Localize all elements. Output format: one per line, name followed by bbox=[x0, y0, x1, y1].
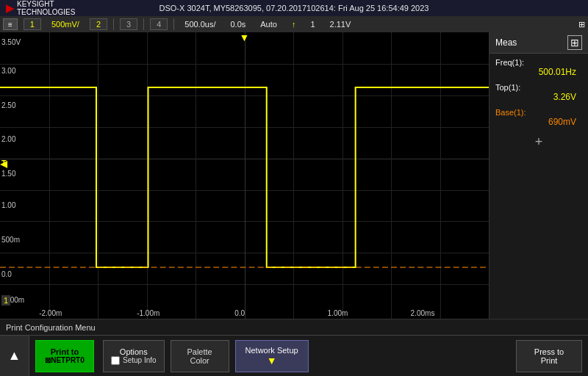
y-label-0: 0.0 bbox=[1, 270, 12, 278]
y-label-100: 1.00 bbox=[1, 201, 15, 209]
measurements-icon: ⊞ bbox=[567, 35, 582, 50]
measurements-header: Meas ⊞ bbox=[490, 32, 588, 54]
time-scale: 500.0us/ bbox=[180, 20, 220, 29]
menu-bar: ▲ Print to ⊠NETPRT0 Options Setup Info P… bbox=[0, 335, 588, 376]
base-label: Base(1): bbox=[495, 108, 582, 117]
keysight-logo-icon: ▶ bbox=[6, 2, 14, 14]
down-arrow-icon: ▼ bbox=[267, 355, 277, 366]
palette-color-button[interactable]: Palette Color bbox=[171, 340, 229, 372]
waveform-display bbox=[0, 32, 489, 319]
network-setup-label: Network Setup bbox=[245, 346, 298, 355]
keysight-logo: ▶ KEYSIGHTTECHNOLOGIES bbox=[6, 0, 75, 16]
options-label: Options bbox=[120, 347, 148, 356]
trigger-symbol: ↑ bbox=[287, 20, 301, 29]
trigger-t-marker: T bbox=[1, 159, 7, 167]
y-label-300: 3.00 bbox=[1, 67, 15, 75]
freq-label: Freq(1): bbox=[495, 58, 582, 67]
up-arrow-icon: ▲ bbox=[8, 348, 21, 364]
toolbar: ≡ 1 500mV/ 2 3 4 500.0us/ 0.0s Auto ↑ 1 … bbox=[0, 16, 588, 32]
trigger-channel: 1 bbox=[306, 20, 319, 29]
palette-label: Palette bbox=[187, 347, 212, 356]
trigger-level: 2.11V bbox=[326, 20, 356, 29]
main-area: 3.50V 3.00 2.50 2.00 1.50 1.00 500m 0.0 … bbox=[0, 32, 588, 319]
channel2-label[interactable]: 2 bbox=[90, 18, 107, 30]
x-label-neg1: -1.00m bbox=[137, 309, 159, 317]
x-label-pos2: 2.00ms bbox=[411, 309, 435, 317]
setup-info-checkbox-row: Setup Info bbox=[111, 356, 157, 365]
add-measurement-btn[interactable]: + bbox=[490, 129, 588, 156]
x-label-pos1: 1.00m bbox=[328, 309, 348, 317]
trigger-center-marker: ▼ bbox=[240, 32, 250, 43]
status-bar: Print Configuration Menu bbox=[0, 319, 588, 335]
top-label: Top(1): bbox=[495, 83, 582, 92]
channel1-scale: 500mV/ bbox=[47, 20, 84, 29]
print-to-label: Print to bbox=[51, 347, 79, 356]
network-setup-button[interactable]: Network Setup ▼ bbox=[235, 340, 309, 372]
setup-info-label: Setup Info bbox=[123, 356, 157, 364]
x-label-neg2: -2.00m bbox=[39, 309, 62, 317]
scope-display[interactable]: 3.50V 3.00 2.50 2.00 1.50 1.00 500m 0.0 … bbox=[0, 32, 489, 319]
setup-info-checkbox[interactable] bbox=[111, 356, 120, 365]
channel1-label[interactable]: 1 bbox=[24, 18, 41, 30]
header-bar: ▶ KEYSIGHTTECHNOLOGIES DSO-X 3024T, MY58… bbox=[0, 0, 588, 16]
menu-up-arrow[interactable]: ▲ bbox=[0, 336, 29, 377]
grid-icon: ⊞ bbox=[578, 20, 585, 29]
y-label-150: 1.50 bbox=[1, 170, 15, 178]
print-to-button[interactable]: Print to ⊠NETPRT0 bbox=[35, 340, 94, 372]
toolbar-divider-3 bbox=[173, 18, 174, 30]
channel4-label[interactable]: 4 bbox=[150, 18, 168, 30]
scope-info-title: DSO-X 3024T, MY58263095, 07.20.201710261… bbox=[159, 4, 429, 12]
print-to-device-label: ⊠NETPRT0 bbox=[45, 356, 85, 364]
freq-value: 500.01Hz bbox=[495, 67, 582, 77]
channel1-indicator: 1 bbox=[1, 295, 10, 306]
y-label-200: 2.00 bbox=[1, 135, 15, 143]
color-label: Color bbox=[190, 356, 209, 365]
top-row: Top(1): 3.26V bbox=[490, 79, 588, 104]
y-label-250: 2.50 bbox=[1, 101, 15, 109]
status-text: Print Configuration Menu bbox=[6, 323, 96, 332]
trigger-mode: Auto bbox=[256, 20, 282, 29]
right-panel: Meas ⊞ Freq(1): 500.01Hz Top(1): 3.26V B… bbox=[489, 32, 588, 319]
base-row: Base(1): 690mV bbox=[490, 104, 588, 129]
y-label-350: 3.50V bbox=[1, 38, 21, 46]
freq-row: Freq(1): 500.01Hz bbox=[490, 54, 588, 79]
keysight-brand-text: KEYSIGHTTECHNOLOGIES bbox=[17, 0, 75, 16]
y-label-500m: 500m bbox=[1, 236, 20, 244]
top-value: 3.26V bbox=[495, 92, 582, 102]
toolbar-divider-1 bbox=[113, 18, 114, 30]
time-delay: 0.0s bbox=[226, 20, 250, 29]
press-to-print-line2: Print bbox=[541, 356, 558, 365]
press-to-print-line1: Press to bbox=[534, 347, 564, 356]
measurements-title: Meas bbox=[495, 37, 517, 48]
channel3-label[interactable]: 3 bbox=[120, 18, 137, 30]
press-to-print-button[interactable]: Press to Print bbox=[516, 340, 582, 372]
base-value: 690mV bbox=[495, 117, 582, 127]
toolbar-menu-btn[interactable]: ≡ bbox=[3, 18, 18, 30]
x-label-0: 0.0 bbox=[234, 309, 245, 317]
options-setup-info-button[interactable]: Options Setup Info bbox=[103, 340, 165, 372]
toolbar-divider-2 bbox=[143, 18, 144, 30]
